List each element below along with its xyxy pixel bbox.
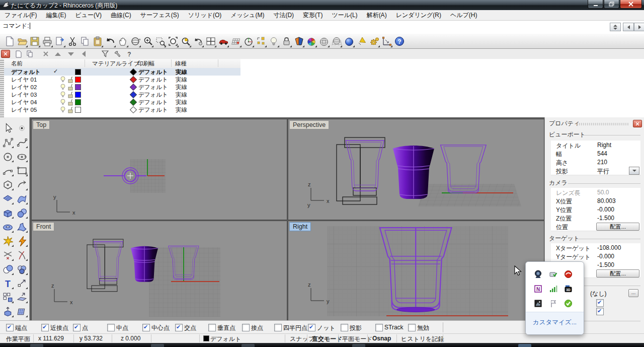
boolean-difference-tool[interactable] — [15, 262, 28, 275]
help-button[interactable]: ? — [393, 35, 406, 48]
layer-visible-bulb-icon[interactable] — [60, 91, 66, 98]
panel-grip[interactable] — [0, 59, 4, 117]
orient-tool[interactable] — [15, 291, 28, 304]
safely-remove-hardware-icon[interactable] — [549, 270, 557, 279]
menu-mesh[interactable]: メッシュ(M) — [226, 11, 269, 20]
rectangle-tool[interactable] — [15, 164, 28, 177]
snap-toggle[interactable]: スナップ — [290, 335, 314, 343]
menu-analyze[interactable]: 解析(A) — [362, 11, 391, 20]
layer-color-swatch[interactable] — [75, 77, 81, 83]
browse-more-button[interactable]: ... — [628, 289, 638, 297]
record-history-toggle[interactable]: ヒストリを記録 — [401, 335, 444, 343]
control-point-curve-tool[interactable] — [1, 135, 14, 149]
loft-surface-tool[interactable] — [15, 192, 28, 205]
menu-curve[interactable]: 曲線(C) — [106, 11, 136, 20]
history-forward-button[interactable] — [634, 23, 644, 31]
panel-drag-texture[interactable] — [577, 123, 629, 125]
print-button[interactable] — [41, 35, 53, 48]
graphics-settings-icon[interactable] — [534, 299, 542, 308]
col-print-width[interactable]: 印刷幅 — [137, 60, 155, 68]
layer-visible-bulb-icon[interactable] — [60, 84, 66, 91]
target-place-button[interactable]: 配置... — [596, 269, 639, 277]
viewport-front-title[interactable]: Front — [33, 222, 54, 231]
layer-color-swatch[interactable] — [75, 92, 81, 98]
selection-tool[interactable] — [1, 121, 14, 134]
cplane-circle-button[interactable] — [242, 35, 255, 48]
new-layer-button[interactable] — [13, 49, 24, 58]
array-tool[interactable] — [1, 291, 14, 304]
viewport-width-value[interactable]: 544 — [597, 150, 607, 157]
layer-unlocked-icon[interactable] — [67, 99, 73, 106]
active-layer-field[interactable]: デフォルト — [210, 335, 241, 343]
arc-tool[interactable] — [1, 164, 14, 177]
undo-button[interactable] — [104, 35, 116, 48]
patch-surface-tool[interactable] — [1, 192, 14, 205]
render-mesh-sphere-icon[interactable] — [330, 35, 343, 48]
zoom-dynamic-button[interactable] — [154, 35, 167, 48]
layer-row-default[interactable]: デフォルト ✓ デフォルト 実線 — [4, 68, 240, 76]
customize-link[interactable]: カスタマイズ... — [526, 318, 584, 327]
zoom-selected-button[interactable] — [179, 35, 192, 48]
paste-button[interactable] — [91, 35, 104, 48]
menu-view[interactable]: ビュー(V) — [70, 11, 106, 20]
viewport-right-title[interactable]: Right — [289, 222, 311, 231]
render-button[interactable] — [343, 35, 355, 48]
viewport-front[interactable]: Front — [31, 221, 287, 321]
split-tool[interactable] — [15, 248, 28, 261]
delete-layer-button[interactable] — [40, 49, 51, 58]
messenger-check-icon[interactable] — [564, 299, 573, 308]
layer-visible-bulb-icon[interactable] — [60, 106, 66, 113]
extrude-tool[interactable] — [1, 305, 14, 318]
rotate-view-button[interactable] — [129, 35, 141, 48]
action-center-flag-icon[interactable] — [549, 299, 557, 308]
layer-unlocked-icon[interactable] — [67, 106, 73, 113]
layer-color-swatch[interactable] — [75, 69, 81, 75]
restore-button[interactable] — [604, 0, 619, 9]
menu-solid[interactable]: ソリッド(O) — [184, 11, 226, 20]
close-button[interactable] — [620, 0, 642, 9]
lock-icon[interactable] — [280, 35, 292, 48]
surface-map-tool[interactable] — [15, 305, 28, 318]
ellipse-tool[interactable] — [15, 150, 28, 163]
layer-color-swatch[interactable] — [75, 84, 81, 90]
menu-tools[interactable]: ツール(L) — [327, 11, 362, 20]
curve-tool[interactable] — [15, 135, 28, 149]
projection-dropdown-button[interactable] — [629, 167, 639, 175]
properties-close-button[interactable] — [633, 120, 642, 127]
shield-icon[interactable] — [292, 35, 305, 48]
cut-button[interactable] — [66, 35, 78, 48]
history-back-button[interactable] — [623, 23, 634, 31]
target-y-value[interactable]: -0.000 — [597, 253, 614, 260]
box-tool[interactable] — [1, 206, 14, 219]
export-button[interactable] — [53, 35, 66, 48]
camera-z-value[interactable]: -1.500 — [597, 215, 614, 222]
close-panel-button[interactable] — [1, 50, 10, 58]
copy-button[interactable] — [78, 35, 91, 48]
shaded-sphere-icon[interactable] — [317, 35, 330, 48]
title-bar[interactable]: たにてるカップ2 - Rhinoceros (商用版) — [0, 0, 644, 10]
filter-funnel-button[interactable] — [100, 49, 111, 58]
point-tool[interactable] — [15, 121, 28, 134]
move-point-tool[interactable] — [15, 276, 28, 290]
3d-video-icon[interactable]: 3D — [564, 285, 573, 293]
open-file-button[interactable] — [16, 35, 28, 48]
boolean-union-tool[interactable] — [1, 262, 14, 275]
menu-render[interactable]: レンダリング(R) — [391, 11, 446, 20]
viewport-title-value[interactable]: Right — [597, 142, 611, 149]
col-name[interactable]: 名前 — [11, 60, 23, 68]
command-area[interactable]: コマンド: — [0, 20, 644, 34]
target-x-value[interactable]: -108.000 — [597, 244, 621, 251]
viewport-top-title[interactable]: Top — [33, 120, 50, 129]
layer-color-swatch[interactable] — [75, 99, 81, 105]
camera-y-value[interactable]: -0.000 — [597, 206, 614, 213]
zoom-in-button[interactable] — [141, 35, 154, 48]
windows-taskbar[interactable] — [0, 343, 644, 347]
active-layer-color-chip[interactable] — [203, 335, 209, 341]
cone-cursor-icon[interactable] — [355, 35, 368, 48]
prop-checkbox-1[interactable] — [596, 299, 604, 307]
layer-unlocked-icon[interactable] — [67, 84, 73, 91]
layer-visible-bulb-icon[interactable] — [60, 76, 66, 83]
menu-file[interactable]: ファイル(F) — [0, 11, 41, 20]
move-up-button[interactable] — [52, 49, 63, 58]
menu-transform[interactable]: 変形(T) — [298, 11, 327, 20]
